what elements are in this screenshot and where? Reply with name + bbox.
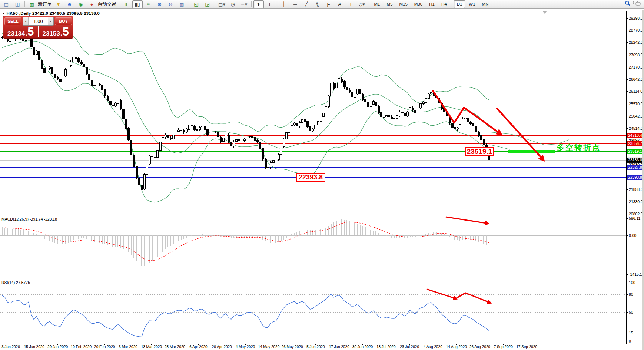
crosshair-icon[interactable]: + (265, 0, 275, 8)
new-order-icon-label[interactable]: 新订单 (38, 1, 52, 7)
date-label[interactable]: 15 Jan 2020 (24, 345, 44, 349)
volume-decrease-button[interactable]: ▾ (23, 17, 29, 25)
trend-arrow-rsi-1[interactable] (427, 289, 457, 299)
autotrading-icon-label[interactable]: 自动交易 (98, 1, 116, 7)
timeframe-M5[interactable]: M5 (384, 0, 395, 8)
zoom-in-icon[interactable]: ⊕ (155, 0, 165, 8)
vertical-line-icon[interactable]: │ (279, 0, 289, 8)
arrows-tool-icon[interactable]: A (335, 0, 345, 8)
date-label[interactable]: 4 Aug 2020 (424, 345, 442, 349)
fibonacci-icon[interactable]: Ƒ (323, 0, 334, 8)
timeframe-D1[interactable]: D1 (454, 0, 465, 8)
date-label[interactable]: 7 Sep 2020 (494, 345, 513, 349)
bar-chart-icon[interactable]: ‖ (121, 0, 132, 8)
candle-body (475, 126, 477, 132)
cascade-windows-icon[interactable]: ◲ (202, 0, 213, 8)
turning-point-note[interactable]: 多空转折点 (557, 142, 601, 153)
date-label[interactable]: 30 Jun 2020 (352, 345, 373, 349)
candle-body (170, 138, 172, 139)
date-label[interactable]: 20 Feb 2020 (94, 345, 115, 349)
candlestick-chart-icon[interactable]: ▮▯ (132, 0, 143, 8)
date-label[interactable]: 6 Apr 2020 (189, 345, 208, 349)
toolbar-separator (277, 1, 277, 7)
date-label[interactable]: 20 Apr 2020 (212, 345, 232, 349)
scale-splitter-icon[interactable] (542, 11, 547, 14)
date-label[interactable]: 13 Jul 2020 (376, 345, 396, 349)
toolbar-separator (369, 1, 369, 7)
candle-body (173, 135, 175, 139)
zoom-out-icon[interactable]: ⊖ (166, 0, 176, 8)
sell-button[interactable]: SELL (4, 17, 21, 25)
candle-body (312, 129, 314, 131)
support-highlight-bar[interactable] (508, 150, 555, 153)
date-label[interactable]: 13 Mar 2020 (141, 345, 162, 349)
buy-button[interactable]: BUY (55, 17, 72, 25)
community-icon[interactable]: ☻ (64, 0, 75, 8)
date-label[interactable]: 14 Aug 2020 (446, 345, 467, 349)
chat-icon[interactable] (633, 0, 641, 8)
date-label[interactable]: 17 Jun 2020 (329, 345, 349, 349)
candle-body (483, 140, 485, 145)
tile-windows-icon[interactable]: ▦ (177, 0, 187, 8)
macd-scale-label: 596.11 (629, 216, 640, 221)
date-label[interactable]: 4 May 2020 (236, 345, 255, 349)
candle-body (180, 130, 182, 130)
timeframe-H4[interactable]: H4 (438, 0, 450, 8)
candle-body (462, 119, 464, 125)
timeframe-W1[interactable]: W1 (466, 0, 478, 8)
date-label[interactable]: 5 Jun 2020 (306, 345, 325, 349)
candle-body (128, 128, 130, 140)
date-label[interactable]: 14 May 2020 (258, 345, 279, 349)
date-label[interactable]: 25 Mar 2020 (165, 345, 186, 349)
timeframe-M1[interactable]: M1 (371, 0, 383, 8)
candle-body (286, 132, 288, 139)
timeframe-H1[interactable]: H1 (426, 0, 438, 8)
candle-body (267, 167, 269, 167)
text-tool-icon[interactable]: T (346, 0, 356, 8)
candle-body (422, 102, 424, 103)
period-clock-icon[interactable]: ◷ (228, 0, 238, 8)
volume-increase-button[interactable]: ▴ (48, 17, 53, 25)
timeframe-M30[interactable]: M30 (411, 0, 425, 8)
bollinger-upper-band (2, 23, 489, 132)
date-label[interactable]: 3 Jan 2020 (1, 345, 20, 349)
timeframe-MN[interactable]: MN (479, 0, 492, 8)
date-label[interactable]: 10 Feb 2020 (71, 345, 92, 349)
shapes-icon[interactable]: ◇▾ (357, 0, 367, 8)
candle-body (317, 121, 319, 125)
rsi-indicator-label: RSI(14) 27.5775 (1, 280, 30, 285)
price-level-label-22393[interactable]: 22393.8 (296, 173, 325, 182)
date-label[interactable]: 26 Aug 2020 (469, 345, 491, 349)
date-label[interactable]: 29 Jan 2020 (47, 345, 68, 349)
candle-body (102, 85, 103, 89)
new-order-icon[interactable]: ▦ (27, 0, 37, 8)
line-chart-icon[interactable]: ≈ (143, 0, 154, 8)
equidistant-channel-icon[interactable]: ∥ (312, 0, 323, 8)
price-level-label-23519[interactable]: 23519.1 (465, 147, 494, 156)
autotrading-icon[interactable]: ● (87, 0, 97, 8)
history-center-icon[interactable]: ▼ (53, 0, 64, 8)
candle-body (246, 137, 248, 139)
trend-arrow-macd[interactable] (446, 217, 488, 224)
candle-body (457, 128, 458, 129)
data-window-icon[interactable]: ◫ (12, 0, 23, 8)
templates-icon[interactable]: ≣▾ (239, 0, 249, 8)
search-icon[interactable] (625, 0, 631, 8)
date-label[interactable]: 26 May 2020 (282, 345, 303, 349)
cursor-icon[interactable]: ➤ (253, 0, 264, 8)
auto-arrange-icon[interactable]: ◱ (191, 0, 202, 8)
date-label[interactable]: 23 Jul 2020 (400, 345, 419, 349)
date-label[interactable]: 3 Mar 2020 (119, 345, 137, 349)
date-label[interactable]: 17 Sep 2020 (516, 345, 537, 349)
volume-input[interactable] (29, 17, 48, 25)
trend-arrow-main-1[interactable] (432, 90, 501, 134)
timeframe-M15[interactable]: M15 (396, 0, 410, 8)
signals-icon[interactable]: ◉ (76, 0, 86, 8)
trendline-icon[interactable]: ╱ (301, 0, 312, 8)
charts-list-icon[interactable]: ▤ (1, 0, 11, 8)
one-click-trading-panel: SELL ▾ ▴ BUY 23134.5 23153.5 (3, 16, 73, 39)
horizontal-line-icon[interactable]: ─ (290, 0, 301, 8)
candle-body (191, 125, 193, 126)
candle-body (243, 139, 245, 141)
new-chart-icon[interactable]: ▤▾ (217, 0, 227, 8)
